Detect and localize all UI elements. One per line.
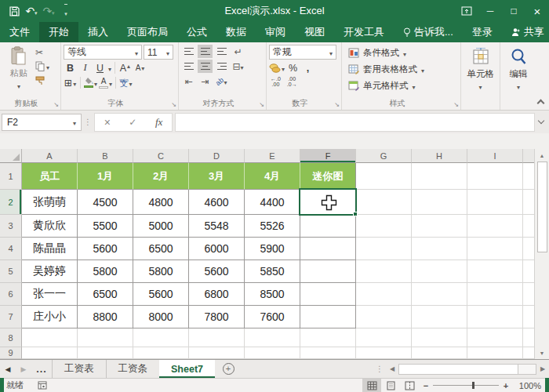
sheet-tab-gongzitiao[interactable]: 工资条 <box>106 360 160 378</box>
phonetic-guide-button[interactable]: wén文 <box>119 76 133 89</box>
bold-button[interactable]: B <box>64 61 77 74</box>
formula-bar-splitter[interactable]: ⋮ <box>82 118 94 126</box>
tab-file[interactable]: 文件 <box>0 22 39 42</box>
row-header-2[interactable]: 2 <box>0 190 22 215</box>
cell-c1[interactable]: 2月 <box>133 163 189 190</box>
cell[interactable] <box>467 238 523 260</box>
cell-c2[interactable]: 4800 <box>133 190 189 215</box>
cell[interactable] <box>356 328 412 347</box>
cell[interactable] <box>467 163 523 190</box>
prev-sheet-button[interactable]: ◀ <box>0 360 16 378</box>
cell-e3[interactable]: 5526 <box>245 215 300 238</box>
font-color-button[interactable]: A <box>99 76 112 89</box>
cell[interactable] <box>412 347 467 359</box>
cell[interactable] <box>467 215 523 238</box>
copy-button[interactable] <box>35 60 49 72</box>
percent-style-button[interactable]: % <box>286 61 300 74</box>
cells-button[interactable]: 单元格 <box>464 45 497 91</box>
cell-a6[interactable]: 张一一 <box>22 283 78 306</box>
sheet-tab-sheet7[interactable]: Sheet7 <box>159 360 215 378</box>
minimize-button[interactable]: ─ <box>478 0 502 22</box>
column-header-b[interactable]: B <box>78 149 133 163</box>
wrap-text-button[interactable]: ↵ <box>231 45 245 58</box>
cell[interactable] <box>467 190 523 215</box>
cell[interactable] <box>78 328 133 347</box>
align-right-button[interactable] <box>214 60 229 73</box>
row-header-5[interactable]: 5 <box>0 260 22 283</box>
cell[interactable] <box>467 260 523 283</box>
horizontal-scroll-thumb[interactable] <box>399 365 518 374</box>
cell-c3[interactable]: 5000 <box>133 215 189 238</box>
format-painter-button[interactable] <box>35 74 49 86</box>
cell[interactable] <box>356 238 412 260</box>
cell-e7[interactable]: 7600 <box>245 306 300 328</box>
zoom-slider-thumb[interactable] <box>472 382 474 389</box>
align-left-button[interactable] <box>181 60 196 73</box>
tab-formulas[interactable]: 公式 <box>177 22 216 42</box>
underline-button[interactable]: U <box>93 61 107 74</box>
row-header-4[interactable]: 4 <box>0 238 22 260</box>
row-header-7[interactable]: 7 <box>0 306 22 328</box>
dialog-launcher-icon[interactable] <box>334 102 340 108</box>
cell[interactable] <box>133 328 189 347</box>
column-header-e[interactable]: E <box>245 149 300 163</box>
cell[interactable] <box>467 347 523 359</box>
cell-b3[interactable]: 5500 <box>78 215 133 238</box>
dialog-launcher-icon[interactable] <box>53 102 59 108</box>
increase-decimal-button[interactable]: ←.0.00 <box>271 76 281 87</box>
cell[interactable] <box>356 306 412 328</box>
record-macro-button[interactable] <box>38 381 47 390</box>
row-header-6[interactable]: 6 <box>0 283 22 306</box>
cell[interactable] <box>245 347 300 359</box>
tab-insert[interactable]: 插入 <box>78 22 118 42</box>
tab-data[interactable]: 数据 <box>216 22 256 42</box>
page-break-preview-button[interactable] <box>400 379 419 392</box>
cell-b1[interactable]: 1月 <box>78 163 133 190</box>
tab-developer[interactable]: 开发工具 <box>334 22 394 42</box>
cell-d6[interactable]: 6800 <box>189 283 245 306</box>
zoom-slider[interactable] <box>433 385 499 386</box>
scroll-left-icon[interactable]: ◀ <box>386 360 398 378</box>
cell-d7[interactable]: 7800 <box>189 306 245 328</box>
cell-b5[interactable]: 5800 <box>78 260 133 283</box>
column-header-g[interactable]: G <box>356 149 412 163</box>
cell-a3[interactable]: 黄欣欣 <box>22 215 78 238</box>
next-sheet-button[interactable]: ▶ <box>16 360 31 378</box>
cell-f2-active[interactable] <box>300 190 356 215</box>
column-header-d[interactable]: D <box>189 149 245 163</box>
vertical-scrollbar[interactable]: ▲ ▼ <box>534 149 549 359</box>
sign-in-button[interactable]: 登录 <box>463 22 502 42</box>
cell-styles-button[interactable]: 单元格样式 <box>344 78 458 94</box>
row-header-9[interactable]: 9 <box>0 347 22 359</box>
cell-c5[interactable]: 5800 <box>133 260 189 283</box>
cell[interactable] <box>412 306 467 328</box>
align-middle-button[interactable] <box>198 45 213 58</box>
cell-a5[interactable]: 吴婷婷 <box>22 260 78 283</box>
sheet-tab-gongzibiao[interactable]: 工资表 <box>52 360 106 378</box>
enter-button[interactable]: ✓ <box>129 117 136 128</box>
save-button[interactable] <box>6 3 22 19</box>
tab-page-layout[interactable]: 页面布局 <box>118 22 177 42</box>
page-layout-view-button[interactable] <box>381 379 400 392</box>
zoom-out-button[interactable]: − <box>419 381 433 390</box>
cell[interactable] <box>189 328 245 347</box>
cell-f1[interactable]: 迷你图 <box>300 163 356 190</box>
cell-c6[interactable]: 5600 <box>133 283 189 306</box>
comma-style-button[interactable]: , <box>301 61 314 74</box>
align-top-button[interactable] <box>181 45 196 58</box>
tab-home[interactable]: 开始 <box>39 22 78 42</box>
tab-splitter[interactable]: ⋮ <box>373 365 386 373</box>
zoom-level[interactable]: 100% <box>513 381 549 390</box>
maximize-button[interactable]: □ <box>502 0 525 22</box>
tell-me-box[interactable]: 告诉我... <box>394 22 463 42</box>
cell[interactable] <box>356 163 412 190</box>
name-box[interactable]: F2 <box>2 114 82 131</box>
font-name-select[interactable]: 等线 <box>64 45 142 60</box>
cell-e6[interactable]: 8500 <box>245 283 300 306</box>
close-button[interactable]: × <box>525 0 549 22</box>
cell[interactable] <box>467 328 523 347</box>
cell-b4[interactable]: 5600 <box>78 238 133 260</box>
cell-a1[interactable]: 员工 <box>22 163 78 190</box>
cell-b7[interactable]: 8800 <box>78 306 133 328</box>
paste-button[interactable]: 粘贴 <box>5 45 32 90</box>
